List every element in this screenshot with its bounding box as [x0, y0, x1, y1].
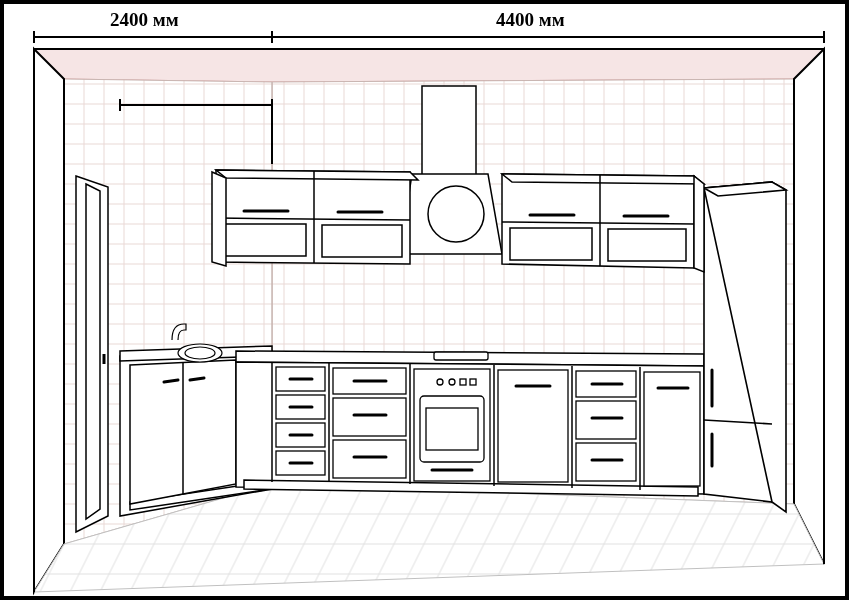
svg-point-54 [437, 379, 443, 385]
hood-duct [422, 86, 476, 178]
svg-line-23 [164, 380, 178, 382]
svg-rect-63 [576, 443, 636, 481]
svg-rect-91 [510, 228, 592, 260]
svg-rect-53 [434, 352, 488, 360]
svg-marker-86 [212, 172, 226, 266]
svg-rect-56 [460, 379, 466, 385]
base-plain-1 [498, 370, 568, 482]
fridge [704, 182, 786, 512]
base-drawers-right [576, 371, 636, 481]
svg-rect-46 [333, 440, 406, 478]
upper-right-block [502, 174, 704, 268]
svg-rect-52 [426, 408, 478, 450]
svg-point-77 [428, 186, 484, 242]
svg-rect-62 [576, 401, 636, 439]
svg-rect-57 [470, 379, 476, 385]
dim-line-wall-right [272, 31, 824, 43]
upper-left-block [216, 170, 418, 264]
svg-point-55 [449, 379, 455, 385]
svg-rect-83 [322, 225, 402, 257]
svg-marker-95 [694, 176, 704, 272]
range-hood [400, 174, 502, 254]
svg-rect-75 [422, 86, 476, 178]
base-return-cabinet [130, 360, 236, 504]
base-plain-2 [644, 372, 700, 486]
svg-rect-45 [333, 398, 406, 436]
svg-rect-82 [224, 224, 306, 256]
door [76, 176, 108, 532]
svg-rect-92 [608, 229, 686, 261]
base-drawers-wide [333, 368, 406, 478]
svg-point-26 [185, 347, 215, 359]
svg-marker-88 [502, 174, 704, 184]
wall-right-front [794, 49, 824, 564]
wall-left-front [34, 49, 64, 592]
ceiling [34, 49, 824, 82]
oven [414, 352, 490, 481]
svg-marker-79 [216, 170, 418, 180]
dim-line-wall-left [34, 31, 272, 43]
svg-marker-16 [86, 184, 100, 519]
svg-line-24 [190, 378, 204, 380]
plan-svg [4, 4, 845, 596]
kitchen-plan-diagram: 2400 мм 4400 мм 1470 мм [0, 0, 849, 600]
